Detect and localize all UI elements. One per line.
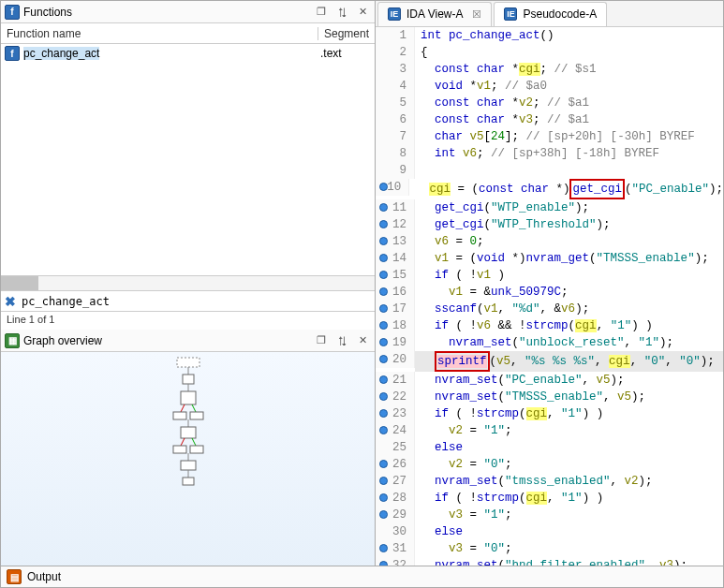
functions-columns-header[interactable]: Function name Segment	[1, 23, 375, 44]
output-panel-header[interactable]: ▤ Output	[0, 566, 724, 588]
panel-restore-button[interactable]: ❐	[313, 333, 330, 348]
functions-h-scrollbar[interactable]	[1, 275, 375, 290]
breakpoint-dot[interactable]	[379, 493, 388, 502]
svg-line-11	[181, 438, 185, 446]
code-line[interactable]: 3 const char *cgi; // $s1	[376, 61, 723, 78]
panel-close-button[interactable]: ✕	[354, 5, 371, 20]
breakpoint-dot[interactable]	[379, 409, 388, 418]
breakpoint-dot[interactable]	[379, 544, 388, 552]
functions-panel-header: f Functions ❐ ⮁ ✕	[1, 1, 375, 23]
breakpoint-dot[interactable]	[379, 375, 388, 384]
breakpoint-dot[interactable]	[379, 460, 388, 468]
function-row[interactable]: f pc_change_act .text	[1, 44, 375, 63]
breakpoint-dot[interactable]	[379, 426, 388, 434]
code-line[interactable]: 5 const char *v2; // $a1	[376, 95, 723, 111]
code-line[interactable]: 14 v1 = (void *)nvram_get("TMSSS_enable"…	[376, 250, 723, 267]
breakpoint-dot[interactable]	[379, 183, 388, 191]
svg-line-5	[181, 404, 185, 412]
tab-ida-view[interactable]: IE IDA View-A ☒	[377, 2, 492, 26]
functions-filter-row: ✖ pc_change_act	[1, 290, 375, 311]
code-line[interactable]: 15 if ( !v1 )	[376, 267, 723, 284]
tab-close-button[interactable]: ☒	[472, 8, 481, 21]
breakpoint-dot[interactable]	[379, 477, 388, 485]
breakpoint-dot[interactable]	[379, 338, 388, 346]
code-line[interactable]: 29 v3 = "1";	[376, 507, 723, 523]
svg-rect-2	[183, 375, 194, 384]
clear-filter-button[interactable]: ✖	[5, 294, 16, 309]
pseudocode-editor[interactable]: 1int pc_change_act()2{3 const char *cgi;…	[376, 27, 723, 568]
breakpoint-dot[interactable]	[379, 392, 388, 401]
code-line[interactable]: 17 sscanf(v1, "%d", &v6);	[376, 301, 723, 317]
svg-rect-16	[181, 461, 196, 470]
code-line[interactable]: 9	[376, 162, 723, 179]
breakpoint-dot[interactable]	[379, 203, 388, 212]
svg-line-6	[192, 404, 196, 412]
code-line[interactable]: 1int pc_change_act()	[376, 27, 723, 44]
functions-status: Line 1 of 1	[1, 311, 375, 330]
code-line[interactable]: 31 v3 = "0";	[376, 540, 723, 557]
function-name: pc_change_act	[23, 47, 99, 60]
graph-title: Graph overview	[23, 334, 309, 347]
tab-label: IDA View-A	[406, 7, 463, 21]
breakpoint-dot[interactable]	[379, 321, 388, 330]
breakpoint-dot[interactable]	[379, 271, 388, 279]
code-line[interactable]: 24 v2 = "1";	[376, 422, 723, 439]
column-segment[interactable]: Segment	[318, 27, 375, 40]
code-line[interactable]: 21 nvram_set("PC_enable", v5);	[376, 372, 723, 389]
editor-tabs: IE IDA View-A ☒ IE Pseudocode-A	[376, 1, 723, 27]
code-line[interactable]: 26 v2 = "0";	[376, 456, 723, 473]
panel-close-button[interactable]: ✕	[354, 333, 371, 348]
graph-icon: ▦	[5, 333, 20, 348]
code-line[interactable]: 28 if ( !strcmp(cgi, "1") )	[376, 490, 723, 507]
code-line[interactable]: 20 sprintf(v5, "%s %s %s", cgi, "0", "0"…	[376, 351, 723, 372]
svg-rect-13	[173, 446, 186, 453]
graph-overview-canvas[interactable]	[1, 352, 375, 587]
output-icon: ▤	[7, 569, 22, 584]
svg-rect-0	[177, 358, 199, 367]
breakpoint-dot[interactable]	[379, 510, 388, 519]
code-line[interactable]: 22 nvram_set("TMSSS_enable", v5);	[376, 389, 723, 405]
function-segment: .text	[315, 47, 371, 60]
graph-minimap	[160, 356, 216, 496]
code-line[interactable]: 18 if ( !v6 && !strcmp(cgi, "1") )	[376, 317, 723, 334]
breakpoint-dot[interactable]	[379, 254, 388, 262]
code-line[interactable]: 25 else	[376, 439, 723, 456]
code-line[interactable]: 23 if ( !strcmp(cgi, "1") )	[376, 405, 723, 422]
code-line[interactable]: 27 nvram_set("tmsss_enabled", v2);	[376, 473, 723, 490]
svg-rect-4	[181, 391, 196, 404]
pseudocode-icon: IE	[504, 7, 517, 21]
svg-rect-14	[190, 446, 203, 453]
function-icon: f	[5, 46, 20, 61]
code-line[interactable]: 13 v6 = 0;	[376, 233, 723, 250]
breakpoint-dot[interactable]	[379, 355, 388, 363]
panel-pin-button[interactable]: ⮁	[333, 5, 350, 20]
panel-restore-button[interactable]: ❐	[313, 5, 330, 20]
code-line[interactable]: 12 get_cgi("WTP_Threshold");	[376, 216, 723, 233]
breakpoint-dot[interactable]	[379, 304, 388, 313]
svg-rect-10	[181, 427, 196, 438]
code-line[interactable]: 4 void *v1; // $a0	[376, 78, 723, 95]
code-line[interactable]: 30 else	[376, 523, 723, 540]
output-title: Output	[27, 570, 61, 583]
code-line[interactable]: 7 char v5[24]; // [sp+20h] [-30h] BYREF	[376, 128, 723, 145]
svg-line-12	[192, 438, 196, 446]
filter-text[interactable]: pc_change_act	[22, 295, 110, 308]
svg-rect-7	[173, 412, 186, 419]
functions-icon: f	[5, 5, 20, 20]
svg-rect-8	[190, 412, 203, 419]
code-line[interactable]: 16 v1 = &unk_50979C;	[376, 284, 723, 301]
code-line[interactable]: 2{	[376, 44, 723, 61]
tab-pseudocode[interactable]: IE Pseudocode-A	[494, 2, 607, 26]
code-line[interactable]: 10 cgi = (const char *)get_cgi("PC_enabl…	[376, 179, 723, 199]
column-function-name[interactable]: Function name	[1, 27, 318, 40]
code-line[interactable]: 11 get_cgi("WTP_enable");	[376, 199, 723, 216]
code-line[interactable]: 8 int v6; // [sp+38h] [-18h] BYREF	[376, 145, 723, 162]
code-line[interactable]: 6 const char *v3; // $a1	[376, 111, 723, 128]
functions-list[interactable]: f pc_change_act .text	[1, 44, 375, 275]
breakpoint-dot[interactable]	[379, 220, 388, 228]
panel-pin-button[interactable]: ⮁	[333, 333, 350, 348]
code-line[interactable]: 19 nvram_set("unblock_reset", "1");	[376, 334, 723, 351]
breakpoint-dot[interactable]	[379, 287, 388, 296]
breakpoint-dot[interactable]	[379, 237, 388, 245]
graph-panel-header: ▦ Graph overview ❐ ⮁ ✕	[1, 330, 375, 352]
